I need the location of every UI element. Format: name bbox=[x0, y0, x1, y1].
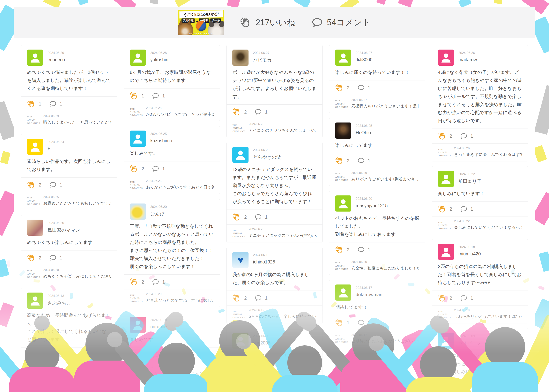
clap-button[interactable] bbox=[27, 181, 36, 189]
reply-text[interactable]: 楽しみにしていてください！なるべく… bbox=[454, 225, 522, 230]
comment-button[interactable] bbox=[460, 132, 468, 140]
clap-button[interactable] bbox=[438, 205, 447, 213]
clap-button[interactable] bbox=[130, 91, 139, 100]
comment-actions: 2 1 bbox=[432, 291, 528, 305]
reply-text[interactable]: ありがとうございます♪到着まで今し… bbox=[351, 176, 419, 182]
comment-header: 2024.06.27 JiJi8000 bbox=[335, 49, 419, 66]
commenter-name: 島田家のママン bbox=[48, 227, 80, 233]
comment-button[interactable] bbox=[460, 294, 468, 302]
comment-button[interactable] bbox=[254, 108, 262, 116]
comment-button[interactable] bbox=[49, 100, 57, 108]
commenter-name: JiJi8000 bbox=[356, 57, 373, 62]
comment-count: 1 bbox=[471, 295, 473, 301]
reply-text[interactable]: ミニチュアダックスちゃん〜(*^^*)かわ… bbox=[249, 233, 317, 238]
reply-text[interactable]: めちゃくちゃ楽しみにしててください… bbox=[43, 273, 111, 279]
comment-button[interactable] bbox=[254, 375, 262, 383]
comment-button[interactable] bbox=[254, 294, 262, 302]
person-icon bbox=[337, 286, 350, 299]
comment-button[interactable] bbox=[357, 246, 365, 254]
comment-count: 1 bbox=[265, 109, 268, 115]
comment-button[interactable] bbox=[152, 165, 159, 173]
reply-text[interactable]: うわ〜ありがとうございます！2にゃ… bbox=[454, 314, 522, 319]
comment-text: ボール遊びが大好きなやんちゃな3歳のチワワに♪夢中で追いかける姿を見るのが楽しみ… bbox=[232, 68, 316, 105]
clap-button[interactable] bbox=[232, 375, 241, 383]
comment-count: 1 bbox=[471, 206, 473, 212]
clap-button[interactable] bbox=[130, 278, 139, 286]
comment-date: 2024.06.25 bbox=[150, 132, 172, 136]
confetti-piece bbox=[175, 0, 190, 7]
comment-button[interactable] bbox=[49, 351, 57, 359]
comment-card: 2024.06.20 島田家のママン めちゃくちゃ楽しみにしてます 2 1 TH… bbox=[21, 215, 117, 283]
commenter-name: ごんび bbox=[150, 211, 167, 217]
clap-button[interactable] bbox=[335, 245, 344, 254]
clap-button[interactable] bbox=[130, 164, 139, 173]
comment-count: 1 bbox=[60, 101, 62, 107]
clap-button[interactable] bbox=[335, 83, 344, 92]
badge-particle: な bbox=[196, 19, 198, 22]
comment-text: 素晴らしい作品です。次回も楽しみにしております。 bbox=[27, 157, 111, 177]
clap-icon bbox=[438, 294, 447, 302]
official-reply: THE ANIMAL ORGANICS 2024.06.23 ミニチュアダックス… bbox=[227, 224, 322, 242]
comment-actions: 2 1 bbox=[21, 250, 117, 265]
comment-button[interactable] bbox=[152, 278, 159, 286]
reply-text[interactable]: ど直球だったのですね！本当に嬉しい… bbox=[146, 298, 214, 303]
comment-text: 楽しみにしてます bbox=[335, 141, 419, 153]
comment-button[interactable] bbox=[254, 213, 262, 221]
comment-card: 2024.06.27 JiJi8000 楽しみに届くのを待っています！！ 2 1… bbox=[329, 45, 425, 113]
official-reply: THE ANIMAL ORGANICS 2024.06.20 ど直球だったのです… bbox=[124, 289, 220, 307]
reply-text[interactable]: 安全性、強度にもこだわりました！な… bbox=[351, 266, 419, 271]
comment-button[interactable] bbox=[49, 254, 57, 262]
clap-button[interactable] bbox=[335, 318, 344, 327]
clap-button[interactable] bbox=[438, 132, 447, 140]
clap-button[interactable] bbox=[27, 350, 36, 359]
avatar bbox=[232, 147, 249, 163]
comment-header: 2024.06.13 さぶみちこ bbox=[27, 293, 111, 309]
clap-icon bbox=[232, 294, 241, 302]
comment-text: めちゃくちゃ楽しみにしてます bbox=[27, 238, 111, 250]
comment-button[interactable] bbox=[357, 157, 365, 165]
person-icon bbox=[29, 294, 42, 307]
reply-text[interactable]: かわいいパピーですね！きっと夢中に… bbox=[146, 112, 214, 117]
speech-bubble-icon bbox=[152, 278, 159, 286]
clap-button[interactable] bbox=[27, 253, 36, 262]
comment-button[interactable] bbox=[357, 319, 365, 327]
commenter-name: どらやきの父 bbox=[253, 154, 281, 160]
confetti-piece bbox=[150, 0, 159, 4]
reply-text[interactable]: ありがとうございます！あと４日で終… bbox=[146, 184, 214, 190]
clap-button[interactable] bbox=[27, 99, 36, 108]
speech-bubble-icon bbox=[254, 108, 262, 116]
comment-count: 1 bbox=[60, 255, 62, 260]
comment-date: 2024.06.20 bbox=[150, 205, 167, 209]
clap-count: 2 bbox=[142, 352, 144, 358]
speech-bubble-icon bbox=[254, 213, 262, 221]
reply-text[interactable]: 購入してよかった！と思っていただく… bbox=[43, 119, 111, 125]
reply-text[interactable]: 応援購入ありがとうございます！是非… bbox=[351, 104, 419, 109]
clap-button[interactable] bbox=[130, 350, 139, 359]
reply-text[interactable]: ありがとうございます！こんなにも楽… bbox=[146, 371, 214, 376]
comment-button[interactable] bbox=[49, 181, 57, 189]
comment-text: 2匹のうちの猫達の為に2個購入しました！到着を首を長くして楽しみにしてお待ちして… bbox=[438, 262, 522, 291]
commenter-name: aiai-n bbox=[356, 365, 372, 370]
clap-icon bbox=[130, 278, 139, 286]
comment-button[interactable] bbox=[152, 92, 159, 100]
confetti-piece bbox=[493, 0, 503, 4]
speech-bubble-icon bbox=[152, 92, 159, 100]
reply-text[interactable]: 5ヶ月の僕ちゃん、楽しみに待ってい… bbox=[249, 314, 317, 319]
reply-text[interactable]: お褒めいただきとても嬉しいです！こ… bbox=[43, 201, 111, 206]
reply-text[interactable]: ご期待いただきありがとうございます… bbox=[351, 338, 419, 344]
reply-text[interactable]: アイコンのチワワちゃんでしょうか、… bbox=[249, 128, 317, 133]
comment-text: 丁度、「自動で不規則な動きをしてくれるボールとかないかなぁ〜」と思っていた時にこ… bbox=[130, 222, 214, 274]
comment-meta: 2024.06.08 aiai-n bbox=[356, 357, 372, 370]
clap-button[interactable] bbox=[438, 294, 447, 302]
reply-body: 2024.06.23 ミニチュアダックスちゃん〜(*^^*)かわ… bbox=[249, 227, 317, 238]
commenter-name: E……… bbox=[48, 146, 64, 151]
reply-text[interactable]: きっと飽きずに楽しんでくれるはずで… bbox=[454, 152, 522, 157]
reply-text[interactable]: まさにもってこいの逸品になると思い… bbox=[43, 371, 111, 376]
clap-button[interactable] bbox=[232, 294, 241, 302]
comment-button[interactable] bbox=[357, 84, 365, 91]
clap-button[interactable] bbox=[232, 213, 241, 221]
clap-button[interactable] bbox=[335, 156, 344, 165]
comment-button[interactable] bbox=[460, 205, 468, 213]
clap-button[interactable] bbox=[232, 107, 241, 116]
comment-button[interactable] bbox=[152, 351, 159, 359]
